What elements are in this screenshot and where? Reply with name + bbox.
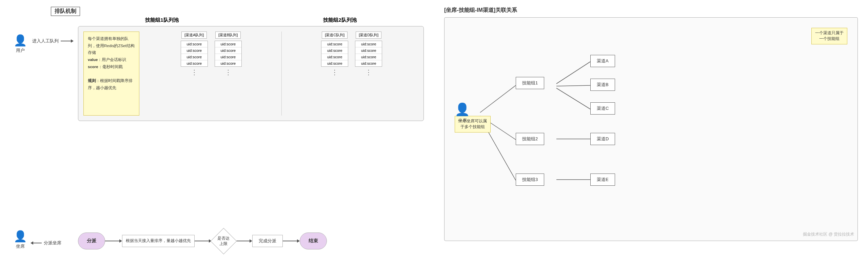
channel-c-node: 渠道C bbox=[590, 102, 615, 115]
flow-sort-box: 根据当天接入量排序，量越小越优先 bbox=[122, 235, 195, 247]
svg-line-5 bbox=[556, 88, 590, 109]
channel-d-node: 渠道D bbox=[590, 133, 615, 145]
right-diagram: 一个坐席可以属 于多个技能组 一个渠道只属于 一个技能组 👤 坐席 技能组1 技… bbox=[444, 17, 858, 241]
flow-diamond-label: 是否达 上限 bbox=[217, 236, 230, 246]
queue-item: uid:score bbox=[355, 41, 382, 47]
queue-dots-b: ⋮ bbox=[225, 68, 232, 76]
pool-divider bbox=[281, 32, 282, 116]
assign-agent-row: 分派坐席 bbox=[31, 240, 61, 246]
diagram-svg bbox=[445, 18, 857, 241]
assign-arrow-left bbox=[31, 241, 42, 245]
arrow1 bbox=[105, 239, 122, 243]
queue-item: uid:score bbox=[181, 41, 208, 47]
channel-d-queue: uid:score uid:score uid:score uid:score bbox=[355, 41, 382, 67]
queue-item: uid:score bbox=[355, 47, 382, 54]
queue-item: uid:score bbox=[321, 41, 348, 47]
skill-group1-label: 技能组1队列池 bbox=[78, 17, 246, 23]
queue-dots-c: ⋮ bbox=[331, 68, 338, 76]
agent-node-label: 坐席 bbox=[458, 118, 467, 124]
channel-c-queue: uid:score uid:score uid:score uid:score bbox=[321, 41, 348, 67]
assign-agent-label: 分派坐席 bbox=[44, 240, 61, 246]
skill-group2-node: 技能组2 bbox=[516, 133, 544, 145]
channel-d-col: [渠道D队列] uid:score uid:score uid:score ui… bbox=[355, 32, 382, 76]
queue-item: uid:score bbox=[215, 47, 241, 54]
watermark: 掘金技术社区 @ 货拉拉技术 bbox=[803, 231, 854, 237]
agent-actor: 👤 坐席 bbox=[14, 230, 27, 249]
user-actor: 👤 用户 bbox=[14, 34, 27, 54]
queue-pools: 技能组1队列池 技能组2队列池 每个渠道拥有单独的队列，使用Redis的ZSet… bbox=[78, 17, 424, 121]
agent-label: 坐席 bbox=[16, 243, 25, 249]
enter-arrow bbox=[61, 39, 74, 43]
queue-item: uid:score bbox=[215, 41, 241, 47]
skill-group3-node: 技能组3 bbox=[516, 174, 544, 186]
channel-b-node: 渠道B bbox=[590, 79, 615, 91]
note-box: 每个渠道拥有单独的队列，使用Redis的ZSet结构存储 value：用户会话标… bbox=[83, 32, 139, 116]
user-icon: 👤 bbox=[14, 34, 27, 47]
queue-dots-d: ⋮ bbox=[365, 68, 372, 76]
svg-line-4 bbox=[556, 85, 590, 86]
note-value-label: value bbox=[88, 58, 98, 62]
flow-assign-node: 分派 bbox=[78, 232, 105, 249]
skill-group1-channels: [渠道A队列] uid:score uid:score uid:score ui… bbox=[144, 32, 278, 116]
arrow2 bbox=[195, 239, 212, 243]
channel-e-node: 渠道E bbox=[590, 174, 615, 186]
channel-d-label: [渠道D队列] bbox=[356, 32, 381, 39]
agent-icon: 👤 bbox=[14, 230, 27, 243]
channel-b-queue: uid:score uid:score uid:score uid:score bbox=[215, 41, 242, 67]
svg-line-0 bbox=[480, 85, 516, 113]
skill-group-labels-row: 技能组1队列池 技能组2队列池 bbox=[78, 17, 424, 23]
skill-group2-label: 技能组2队列池 bbox=[256, 17, 424, 23]
queue-item: uid:score bbox=[215, 54, 241, 60]
channel-a-col: [渠道A队列] uid:score uid:score uid:score ui… bbox=[181, 32, 208, 76]
left-section: 排队机制 👤 用户 进入人工队列 技能组1队列池 技能组2队列池 每个渠 bbox=[10, 7, 424, 256]
queue-item: uid:score bbox=[215, 60, 241, 66]
flow-complete-box: 完成分派 bbox=[252, 235, 283, 247]
note-score-label: score bbox=[88, 65, 98, 69]
channel-c-label: [渠道C队列] bbox=[322, 32, 348, 39]
enter-queue-label: 进入人工队列 bbox=[32, 38, 59, 44]
left-title: 排队机制 bbox=[51, 7, 80, 16]
right-section: [坐席-技能组-IM渠道]关联关系 bbox=[444, 7, 858, 256]
arrow4 bbox=[283, 239, 300, 243]
queue-item: uid:score bbox=[355, 60, 382, 66]
note-score-text: ：毫秒时间戳 bbox=[98, 65, 123, 69]
queue-item: uid:score bbox=[181, 47, 208, 54]
flow-end-node: 结束 bbox=[300, 232, 327, 249]
note-one-channel-one-group: 一个渠道只属于 一个技能组 bbox=[811, 28, 847, 44]
arrow3 bbox=[235, 239, 252, 243]
flow-diamond-wrapper: 是否达 上限 bbox=[212, 231, 235, 251]
pools-box: 每个渠道拥有单独的队列，使用Redis的ZSet结构存储 value：用户会话标… bbox=[78, 26, 424, 121]
note-text-line1: 每个渠道拥有单独的队列，使用Redis的ZSet结构存储 bbox=[88, 37, 135, 55]
channel-a-node: 渠道A bbox=[590, 55, 615, 67]
note-value-text: ：用户会话标识 bbox=[98, 58, 126, 62]
flow-row: 分派 根据当天接入量排序，量越小越优先 是否达 上限 bbox=[78, 231, 327, 251]
channel-a-label: [渠道A队列] bbox=[181, 32, 207, 39]
queue-dots-a: ⋮ bbox=[191, 68, 198, 76]
channel-b-label: [渠道B队列] bbox=[215, 32, 241, 39]
channel-a-queue: uid:score uid:score uid:score uid:score bbox=[181, 41, 208, 67]
queue-item: uid:score bbox=[321, 60, 348, 66]
user-label: 用户 bbox=[16, 47, 25, 54]
queue-item: uid:score bbox=[321, 47, 348, 54]
agent-node-icon: 👤 bbox=[455, 102, 470, 117]
svg-line-3 bbox=[556, 62, 590, 84]
right-title: [坐席-技能组-IM渠道]关联关系 bbox=[444, 7, 858, 14]
queue-item: uid:score bbox=[355, 54, 382, 60]
left-title-wrapper: 排队机制 bbox=[51, 7, 80, 20]
main-container: 排队机制 👤 用户 进入人工队列 技能组1队列池 技能组2队列池 每个渠 bbox=[0, 0, 868, 263]
channel-b-col: [渠道B队列] uid:score uid:score uid:score ui… bbox=[215, 32, 242, 76]
note-rule-label: 规则 bbox=[88, 79, 96, 83]
skill-group2-channels: [渠道C队列] uid:score uid:score uid:score ui… bbox=[285, 32, 419, 116]
channel-c-col: [渠道C队列] uid:score uid:score uid:score ui… bbox=[321, 32, 348, 76]
agent-node: 👤 坐席 bbox=[455, 102, 470, 124]
queue-item: uid:score bbox=[181, 54, 208, 60]
enter-queue-row: 进入人工队列 bbox=[32, 38, 74, 44]
queue-item: uid:score bbox=[181, 60, 208, 66]
skill-group1-node: 技能组1 bbox=[516, 77, 544, 89]
queue-item: uid:score bbox=[321, 54, 348, 60]
